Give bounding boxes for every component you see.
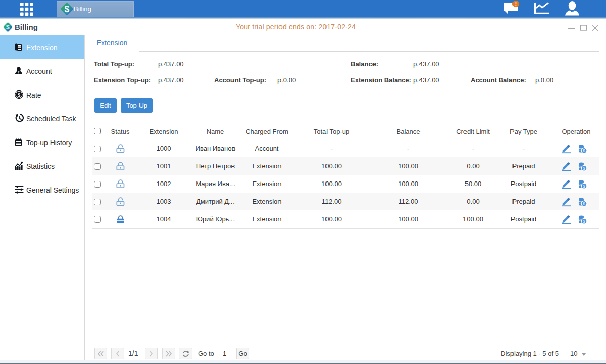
svg-text:$: $ — [6, 24, 10, 31]
svg-text:!: ! — [515, 1, 517, 7]
svg-text:$: $ — [18, 92, 20, 97]
svg-text:$: $ — [64, 4, 69, 14]
